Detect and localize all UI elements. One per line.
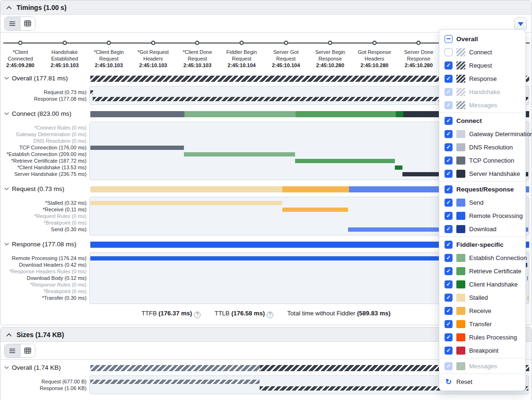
timings-section-header[interactable]: Timings (1.00 s) — [0, 0, 532, 15]
checkbox-unchecked[interactable] — [445, 48, 453, 56]
filter-menu-item[interactable]: Connect — [439, 114, 525, 127]
checkbox-checked[interactable] — [445, 254, 453, 262]
question-circle-icon[interactable]: ? — [194, 312, 201, 318]
timing-row-label: Request (677.00 B) — [42, 379, 87, 384]
group-label: Connect (823.00 ms) — [4, 110, 71, 117]
filter-menu-item[interactable]: Remote Processing — [439, 209, 525, 222]
color-swatch — [456, 75, 465, 83]
timeline-event-time: 2:45:10.280 — [354, 62, 395, 68]
filter-menu-item[interactable]: Request/Response — [439, 183, 525, 196]
checkbox-checked[interactable] — [445, 267, 453, 275]
filter-menu-item[interactable]: Transfer — [439, 317, 525, 330]
checkbox-checked[interactable] — [445, 157, 453, 165]
timeline-marker: Server Done Response2:45:10.280 — [398, 36, 439, 68]
group-label: Request (0.73 ms) — [4, 185, 64, 192]
list-view-button[interactable] — [5, 17, 20, 30]
filter-menu-item[interactable]: Gateway Determination — [439, 127, 525, 140]
menu-item-label: Reset — [456, 378, 472, 385]
ttlb-metric: TTLB (176.58 ms)? — [215, 310, 273, 317]
timing-row-label: Download Headers (0.42 ms) — [19, 262, 87, 268]
filter-menu-item[interactable]: Receive — [439, 304, 525, 317]
chevron-down-icon — [4, 112, 9, 115]
menu-divider — [439, 358, 525, 358]
filter-button[interactable] — [514, 17, 527, 30]
menu-item-label: Remote Processing — [469, 212, 523, 219]
chevron-down-icon — [4, 187, 9, 191]
filter-menu-item[interactable]: Retrieve Certificate — [439, 264, 525, 278]
timeline-event-time: 2:45:10.103 — [88, 62, 129, 68]
view-toggle-group — [4, 17, 35, 31]
timing-bar-segment — [90, 90, 93, 95]
checkbox-checked[interactable] — [445, 170, 453, 178]
list-view-button[interactable] — [5, 344, 20, 357]
filter-menu-item[interactable]: Connect — [439, 45, 525, 59]
reset-menu-item[interactable]: ↻Reset — [439, 375, 525, 388]
timeline-event-time: 2:45:10.280 — [398, 62, 439, 68]
checkbox-checked[interactable] — [445, 75, 453, 83]
checkbox-checked[interactable] — [445, 117, 453, 125]
filter-menu-item[interactable]: DNS Resolution — [439, 140, 525, 154]
checkbox-checked[interactable] — [445, 241, 453, 249]
filter-menu-item[interactable]: Server Handshake — [439, 167, 525, 180]
checkbox-checked[interactable] — [445, 185, 453, 193]
checkbox-checked[interactable] — [445, 280, 453, 288]
menu-item-label: Breakpoint — [469, 347, 498, 354]
timing-row-label: DNS Resolution (0 ms) — [34, 138, 87, 144]
checkbox-checked[interactable] — [445, 347, 453, 355]
menu-item-label: TCP Connection — [469, 157, 514, 164]
timing-row-label: *Client Handshake (13.53 ms) — [17, 165, 87, 170]
checkbox-checked[interactable] — [445, 307, 453, 315]
timeline-event-name: Server Got Request — [266, 49, 306, 62]
filter-menu-item[interactable]: Fiddler-specific — [439, 238, 525, 251]
checkbox-checked[interactable] — [445, 143, 453, 151]
color-swatch — [456, 254, 465, 262]
checkbox-checked[interactable] — [445, 88, 453, 96]
color-swatch — [456, 199, 465, 207]
group-label: Response (177.08 ms) — [4, 241, 77, 248]
checkbox-checked[interactable] — [445, 61, 453, 70]
checkbox-checked[interactable] — [445, 212, 453, 220]
timeline-marker: Handshake Established2:45:10.103 — [44, 36, 85, 68]
timing-row-label: *Establish Connection (209.00 ms) — [7, 151, 87, 157]
table-view-button[interactable] — [20, 17, 35, 30]
table-view-button[interactable] — [20, 344, 35, 357]
filter-menu-item[interactable]: Rules Processing — [439, 330, 525, 344]
checkbox-checked[interactable] — [445, 225, 453, 233]
menu-divider — [439, 374, 525, 374]
filter-menu-item[interactable]: Download — [439, 222, 525, 235]
timing-row-label: *Stalled (0.32 ms) — [45, 200, 87, 206]
timings-title: Timings (1.00 s) — [17, 4, 67, 11]
filter-menu-item[interactable]: Overall — [439, 32, 525, 45]
filter-menu-item[interactable]: Messages — [439, 359, 525, 373]
view-toggle-group — [4, 344, 35, 358]
question-circle-icon[interactable]: ? — [267, 312, 273, 318]
filter-menu-item[interactable]: TCP Connection — [439, 154, 525, 167]
timing-row-label: *Connect Rules (0 ms) — [34, 125, 87, 130]
filter-menu-item[interactable]: Client Handshake — [439, 278, 525, 291]
filter-menu-item[interactable]: Messages — [439, 98, 525, 112]
timeline-dot-icon — [240, 41, 244, 45]
checkbox-checked[interactable] — [445, 362, 453, 370]
chevron-down-icon — [4, 366, 9, 369]
total-without-fiddler-metric: Total time without Fiddler (589.83 ms) — [288, 310, 391, 317]
color-swatch — [456, 48, 465, 56]
timing-bar-segment — [90, 380, 260, 384]
checkbox-checked[interactable] — [445, 294, 453, 302]
timing-bar-segment — [395, 165, 402, 170]
filter-menu-item[interactable]: Request — [439, 59, 525, 72]
filter-menu-item[interactable]: Breakpoint — [439, 344, 525, 357]
filter-menu-item[interactable]: Handshake — [439, 85, 525, 98]
menu-item-label: Client Handshake — [469, 281, 518, 288]
filter-menu-item[interactable]: Send — [439, 196, 525, 209]
filter-menu-item[interactable]: Establish Connection — [439, 251, 525, 264]
checkbox-checked[interactable] — [445, 130, 453, 138]
checkbox-checked[interactable] — [445, 320, 453, 328]
checkbox-checked[interactable] — [445, 333, 453, 341]
checkbox-indeterminate[interactable] — [445, 35, 453, 43]
timing-row-label: Remote Processing (176.24 ms) — [12, 255, 87, 261]
filter-menu-item[interactable]: Stalled — [439, 291, 525, 304]
checkbox-checked[interactable] — [445, 199, 453, 207]
timeline-marker: Server Begin Response2:45:10.280 — [310, 36, 350, 68]
filter-menu-item[interactable]: Response — [439, 72, 525, 85]
checkbox-checked[interactable] — [445, 101, 453, 109]
